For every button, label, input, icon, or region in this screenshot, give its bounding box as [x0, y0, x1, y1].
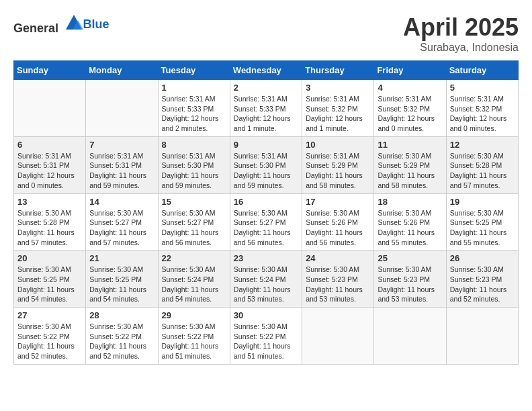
day-info: Sunrise: 5:31 AM Sunset: 5:29 PM Dayligh… [306, 151, 370, 191]
calendar-cell: 20Sunrise: 5:30 AM Sunset: 5:25 PM Dayli… [14, 250, 86, 308]
day-number: 24 [306, 253, 370, 263]
day-number: 7 [89, 140, 154, 150]
day-number: 5 [450, 83, 515, 93]
calendar-cell: 11Sunrise: 5:30 AM Sunset: 5:29 PM Dayli… [374, 136, 446, 193]
day-header-sunday: Sunday [14, 61, 86, 80]
day-header-thursday: Thursday [302, 61, 374, 80]
day-info: Sunrise: 5:30 AM Sunset: 5:28 PM Dayligh… [17, 208, 82, 248]
calendar-table: SundayMondayTuesdayWednesdayThursdayFrid… [13, 60, 519, 365]
calendar-cell: 7Sunrise: 5:31 AM Sunset: 5:31 PM Daylig… [86, 136, 158, 193]
day-info: Sunrise: 5:30 AM Sunset: 5:23 PM Dayligh… [306, 265, 370, 304]
day-number: 29 [162, 310, 226, 320]
day-number: 23 [234, 253, 298, 263]
logo: General Blue [13, 13, 109, 36]
calendar-cell: 28Sunrise: 5:30 AM Sunset: 5:22 PM Dayli… [86, 308, 158, 365]
day-info: Sunrise: 5:30 AM Sunset: 5:27 PM Dayligh… [162, 208, 226, 248]
month-title: April 2025 [403, 13, 519, 42]
calendar-cell: 26Sunrise: 5:30 AM Sunset: 5:23 PM Dayli… [446, 250, 518, 308]
day-info: Sunrise: 5:31 AM Sunset: 5:31 PM Dayligh… [89, 151, 154, 191]
calendar-cell: 27Sunrise: 5:30 AM Sunset: 5:22 PM Dayli… [14, 308, 86, 365]
day-number: 14 [89, 197, 154, 207]
day-info: Sunrise: 5:30 AM Sunset: 5:22 PM Dayligh… [17, 322, 82, 361]
calendar-cell: 4Sunrise: 5:31 AM Sunset: 5:32 PM Daylig… [374, 80, 446, 137]
calendar-cell: 18Sunrise: 5:30 AM Sunset: 5:26 PM Dayli… [374, 193, 446, 250]
calendar-cell: 12Sunrise: 5:30 AM Sunset: 5:28 PM Dayli… [446, 136, 518, 193]
day-number: 17 [306, 197, 370, 207]
day-info: Sunrise: 5:30 AM Sunset: 5:28 PM Dayligh… [450, 151, 515, 191]
calendar-week-4: 20Sunrise: 5:30 AM Sunset: 5:25 PM Dayli… [14, 250, 519, 308]
calendar-cell [446, 308, 518, 365]
calendar-week-2: 6Sunrise: 5:31 AM Sunset: 5:31 PM Daylig… [14, 136, 519, 193]
day-header-monday: Monday [86, 61, 158, 80]
calendar-cell: 25Sunrise: 5:30 AM Sunset: 5:23 PM Dayli… [374, 250, 446, 308]
day-info: Sunrise: 5:30 AM Sunset: 5:27 PM Dayligh… [89, 208, 154, 248]
calendar-cell: 15Sunrise: 5:30 AM Sunset: 5:27 PM Dayli… [158, 193, 230, 250]
calendar-cell: 22Sunrise: 5:30 AM Sunset: 5:24 PM Dayli… [158, 250, 230, 308]
day-info: Sunrise: 5:31 AM Sunset: 5:31 PM Dayligh… [17, 151, 82, 191]
calendar-cell: 21Sunrise: 5:30 AM Sunset: 5:25 PM Dayli… [86, 250, 158, 308]
day-info: Sunrise: 5:30 AM Sunset: 5:25 PM Dayligh… [450, 208, 515, 248]
day-info: Sunrise: 5:30 AM Sunset: 5:22 PM Dayligh… [234, 322, 298, 361]
day-number: 12 [450, 140, 515, 150]
calendar-cell: 13Sunrise: 5:30 AM Sunset: 5:28 PM Dayli… [14, 193, 86, 250]
logo-general: General [13, 21, 58, 35]
calendar-week-3: 13Sunrise: 5:30 AM Sunset: 5:28 PM Dayli… [14, 193, 519, 250]
title-area: April 2025 Surabaya, Indonesia [403, 13, 519, 54]
day-number: 3 [306, 83, 370, 93]
calendar-cell [86, 80, 158, 137]
calendar-cell [14, 80, 86, 137]
day-number: 1 [162, 83, 226, 93]
day-number: 18 [378, 197, 442, 207]
header: General Blue April 2025 Surabaya, Indone… [13, 13, 519, 54]
day-number: 10 [306, 140, 370, 150]
day-info: Sunrise: 5:30 AM Sunset: 5:25 PM Dayligh… [89, 265, 154, 304]
calendar-cell: 24Sunrise: 5:30 AM Sunset: 5:23 PM Dayli… [302, 250, 374, 308]
calendar-cell: 17Sunrise: 5:30 AM Sunset: 5:26 PM Dayli… [302, 193, 374, 250]
day-info: Sunrise: 5:31 AM Sunset: 5:33 PM Dayligh… [162, 94, 226, 134]
day-info: Sunrise: 5:30 AM Sunset: 5:23 PM Dayligh… [450, 265, 515, 304]
calendar-cell: 8Sunrise: 5:31 AM Sunset: 5:30 PM Daylig… [158, 136, 230, 193]
day-number: 11 [378, 140, 442, 150]
calendar-cell: 19Sunrise: 5:30 AM Sunset: 5:25 PM Dayli… [446, 193, 518, 250]
day-number: 4 [378, 83, 442, 93]
day-header-tuesday: Tuesday [158, 61, 230, 80]
day-info: Sunrise: 5:31 AM Sunset: 5:32 PM Dayligh… [378, 94, 442, 134]
calendar-cell: 23Sunrise: 5:30 AM Sunset: 5:24 PM Dayli… [230, 250, 302, 308]
calendar-cell: 14Sunrise: 5:30 AM Sunset: 5:27 PM Dayli… [86, 193, 158, 250]
day-info: Sunrise: 5:30 AM Sunset: 5:24 PM Dayligh… [234, 265, 298, 304]
day-number: 22 [162, 253, 226, 263]
day-info: Sunrise: 5:30 AM Sunset: 5:23 PM Dayligh… [378, 265, 442, 304]
day-number: 13 [17, 197, 82, 207]
day-number: 9 [234, 140, 298, 150]
calendar-cell [302, 308, 374, 365]
day-info: Sunrise: 5:30 AM Sunset: 5:26 PM Dayligh… [306, 208, 370, 248]
day-number: 15 [162, 197, 226, 207]
location-subtitle: Surabaya, Indonesia [403, 42, 519, 54]
day-info: Sunrise: 5:31 AM Sunset: 5:32 PM Dayligh… [450, 94, 515, 134]
day-number: 8 [162, 140, 226, 150]
day-info: Sunrise: 5:31 AM Sunset: 5:30 PM Dayligh… [234, 151, 298, 191]
logo-icon [64, 13, 83, 32]
calendar-week-5: 27Sunrise: 5:30 AM Sunset: 5:22 PM Dayli… [14, 308, 519, 365]
header-row: SundayMondayTuesdayWednesdayThursdayFrid… [14, 61, 519, 80]
day-number: 21 [89, 253, 154, 263]
calendar-cell: 1Sunrise: 5:31 AM Sunset: 5:33 PM Daylig… [158, 80, 230, 137]
day-info: Sunrise: 5:31 AM Sunset: 5:33 PM Dayligh… [234, 94, 298, 134]
calendar-week-1: 1Sunrise: 5:31 AM Sunset: 5:33 PM Daylig… [14, 80, 519, 137]
calendar-cell: 10Sunrise: 5:31 AM Sunset: 5:29 PM Dayli… [302, 136, 374, 193]
day-number: 20 [17, 253, 82, 263]
day-number: 27 [17, 310, 82, 320]
day-header-saturday: Saturday [446, 61, 518, 80]
day-number: 28 [89, 310, 154, 320]
day-info: Sunrise: 5:30 AM Sunset: 5:29 PM Dayligh… [378, 151, 442, 191]
calendar-cell: 16Sunrise: 5:30 AM Sunset: 5:27 PM Dayli… [230, 193, 302, 250]
logo-blue: Blue [83, 17, 109, 31]
calendar-cell: 3Sunrise: 5:31 AM Sunset: 5:32 PM Daylig… [302, 80, 374, 137]
day-info: Sunrise: 5:30 AM Sunset: 5:26 PM Dayligh… [378, 208, 442, 248]
day-info: Sunrise: 5:30 AM Sunset: 5:25 PM Dayligh… [17, 265, 82, 304]
calendar-cell: 6Sunrise: 5:31 AM Sunset: 5:31 PM Daylig… [14, 136, 86, 193]
day-header-wednesday: Wednesday [230, 61, 302, 80]
day-number: 26 [450, 253, 515, 263]
day-header-friday: Friday [374, 61, 446, 80]
day-number: 6 [17, 140, 82, 150]
